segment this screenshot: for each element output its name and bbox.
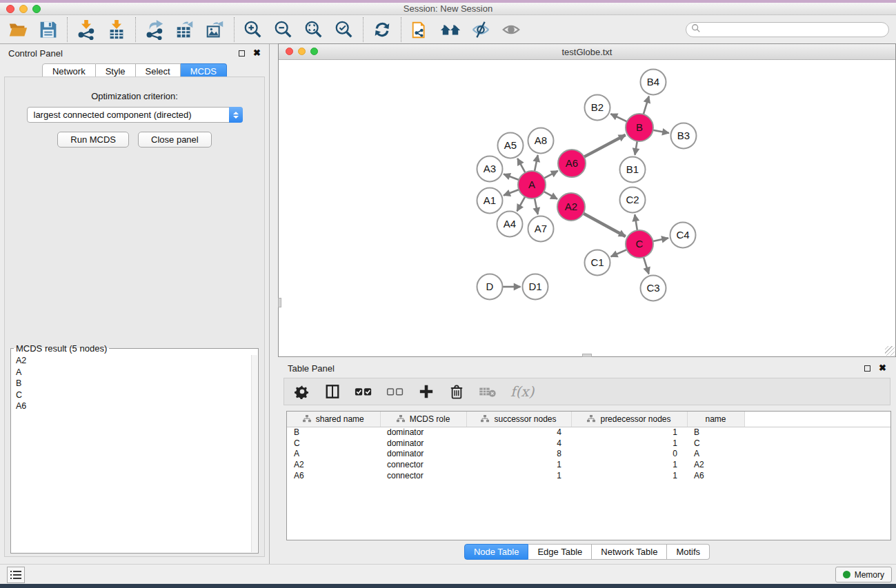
splitter-handle-vertical[interactable] <box>278 298 281 307</box>
graph-node-C2[interactable]: C2 <box>620 187 646 213</box>
cell-MCDS-role[interactable]: dominator <box>380 438 466 449</box>
float-table-panel-icon[interactable] <box>864 365 870 372</box>
open-start-panel-icon[interactable] <box>439 19 461 41</box>
hide-panels-icon[interactable] <box>470 19 492 41</box>
graph-node-D1[interactable]: D1 <box>523 274 548 300</box>
graph-node-A7[interactable]: A7 <box>528 216 554 242</box>
memory-button[interactable]: Memory <box>835 567 892 582</box>
cell-predecessor-nodes[interactable]: 0 <box>571 448 687 459</box>
graph-node-A2[interactable]: A2 <box>557 193 585 221</box>
resize-grip[interactable] <box>885 346 895 356</box>
table-tab-network-table[interactable]: Network Table <box>592 544 667 560</box>
cell-MCDS-role[interactable]: dominator <box>380 448 466 459</box>
table-row[interactable]: A2connector11A2 <box>287 459 890 470</box>
import-table-icon[interactable] <box>106 19 128 41</box>
add-column-icon[interactable] <box>418 383 435 401</box>
graph-node-B3[interactable]: B3 <box>671 123 697 149</box>
cell-predecessor-nodes[interactable]: 1 <box>571 427 687 438</box>
zoom-out-icon[interactable] <box>272 19 295 41</box>
cell-MCDS-role[interactable]: connector <box>380 470 466 481</box>
graph-node-B1[interactable]: B1 <box>620 157 646 183</box>
cell-successor-nodes[interactable]: 1 <box>466 470 571 481</box>
float-panel-icon[interactable] <box>239 50 245 57</box>
export-table-icon[interactable] <box>174 19 196 41</box>
cell-name[interactable]: A2 <box>687 459 744 470</box>
criterion-dropdown[interactable]: largest connected component (directed) <box>27 107 243 123</box>
cell-shared-name[interactable]: C <box>287 438 380 449</box>
minimize-window-button[interactable] <box>19 5 28 13</box>
task-history-button[interactable] <box>7 567 25 583</box>
graph-node-A8[interactable]: A8 <box>528 128 554 154</box>
run-mcds-button[interactable]: Run MCDS <box>57 132 129 148</box>
show-panels-icon[interactable] <box>500 19 522 41</box>
graph-node-C4[interactable]: C4 <box>670 223 696 248</box>
graph-node-C3[interactable]: C3 <box>641 276 666 301</box>
cell-name[interactable]: C <box>687 438 744 449</box>
zoom-window-button[interactable] <box>32 5 41 13</box>
graph-node-A3[interactable]: A3 <box>477 156 503 182</box>
save-session-icon[interactable] <box>37 19 59 41</box>
graph-node-B[interactable]: B <box>626 114 653 141</box>
cell-shared-name[interactable]: A6 <box>287 470 380 481</box>
network-zoom-button[interactable] <box>310 48 318 55</box>
graph-node-D[interactable]: D <box>477 274 503 300</box>
search-field[interactable] <box>686 22 889 37</box>
cell-successor-nodes[interactable]: 4 <box>466 438 571 449</box>
graph-node-B2[interactable]: B2 <box>585 95 610 121</box>
table-row[interactable]: Adominator80A <box>287 448 890 459</box>
cell-successor-nodes[interactable]: 4 <box>466 427 571 438</box>
cell-successor-nodes[interactable]: 8 <box>466 448 571 459</box>
cell-name[interactable]: A <box>687 448 744 459</box>
export-image-icon[interactable] <box>204 19 226 41</box>
search-input[interactable] <box>701 23 888 36</box>
result-item[interactable]: A <box>12 367 251 378</box>
close-table-panel-icon[interactable]: ✖ <box>879 365 886 372</box>
column-header-successor-nodes[interactable]: successor nodes <box>466 412 571 427</box>
cell-name[interactable]: A6 <box>687 470 744 481</box>
graph-node-C1[interactable]: C1 <box>585 250 610 276</box>
graph-node-A1[interactable]: A1 <box>477 188 503 214</box>
cell-predecessor-nodes[interactable]: 1 <box>571 459 687 470</box>
cell-predecessor-nodes[interactable]: 1 <box>571 470 687 481</box>
cell-successor-nodes[interactable]: 1 <box>466 459 571 470</box>
gear-icon[interactable] <box>294 383 310 401</box>
table-row[interactable]: Bdominator41B <box>287 427 890 438</box>
column-header-name[interactable]: name <box>687 412 744 427</box>
cell-predecessor-nodes[interactable]: 1 <box>571 438 687 449</box>
graph-node-A4[interactable]: A4 <box>497 212 523 237</box>
cell-MCDS-role[interactable]: connector <box>380 459 466 470</box>
open-session-icon[interactable] <box>7 19 29 41</box>
graph-node-A6[interactable]: A6 <box>558 150 586 177</box>
column-header-MCDS-role[interactable]: MCDS role <box>380 412 466 427</box>
table-tab-node-table[interactable]: Node Table <box>464 544 529 560</box>
result-item[interactable]: B <box>12 378 251 389</box>
column-header-predecessor-nodes[interactable]: predecessor nodes <box>571 412 687 427</box>
cell-name[interactable]: B <box>687 427 744 438</box>
zoom-fit-icon[interactable] <box>303 19 325 41</box>
cell-shared-name[interactable]: B <box>287 427 380 438</box>
export-network-icon[interactable] <box>143 19 166 41</box>
zoom-in-icon[interactable] <box>242 19 264 41</box>
result-list-scrollbar[interactable] <box>251 355 257 552</box>
refresh-view-icon[interactable] <box>371 19 393 41</box>
table-tab-edge-table[interactable]: Edge Table <box>528 544 592 560</box>
table-tab-motifs[interactable]: Motifs <box>667 544 710 560</box>
graph-node-B4[interactable]: B4 <box>641 70 666 95</box>
graph-node-A[interactable]: A <box>518 171 546 199</box>
import-network-icon[interactable] <box>75 19 97 41</box>
column-header-shared-name[interactable]: shared name <box>287 412 380 427</box>
result-item[interactable]: A2 <box>12 355 251 367</box>
cell-shared-name[interactable]: A <box>287 448 380 459</box>
result-item[interactable]: A6 <box>12 401 251 412</box>
close-window-button[interactable] <box>6 5 14 13</box>
trash-icon[interactable] <box>448 383 465 401</box>
close-panel-button[interactable]: Close panel <box>138 132 212 148</box>
network-minimize-button[interactable] <box>298 48 306 55</box>
new-network-from-file-icon[interactable] <box>409 19 431 41</box>
network-window-titlebar[interactable]: testGlobe.txt <box>279 44 895 60</box>
cell-shared-name[interactable]: A2 <box>287 459 380 470</box>
table-row[interactable]: A6connector11A6 <box>287 470 890 481</box>
splitter-handle-horizontal[interactable] <box>582 354 592 357</box>
cell-MCDS-role[interactable]: dominator <box>380 427 466 438</box>
deselect-all-columns-icon[interactable] <box>386 383 404 401</box>
